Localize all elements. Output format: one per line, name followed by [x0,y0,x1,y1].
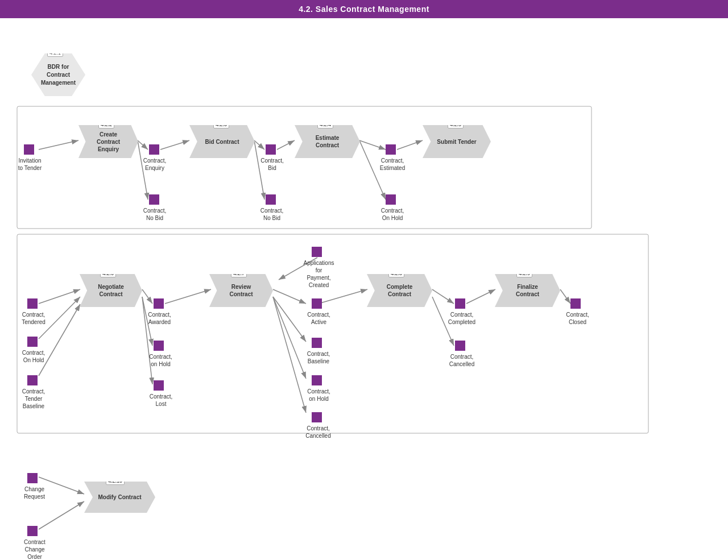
bid-contract-box: 4.2.3 Bid Contract [189,125,255,158]
svg-line-26 [466,289,495,304]
svg-line-2 [138,140,148,150]
svg-line-19 [273,289,306,304]
svg-line-21 [273,297,306,379]
state-contract-on-hold-1 [386,194,396,205]
review-contract-box: 4.2.7 ReviewContract [209,274,273,307]
label-contract-enquiry: Contract,Enquiry [138,157,172,172]
state-contract-tendered [27,298,38,309]
bid-contract-badge: 4.2.3 [213,121,229,128]
create-enquiry-label: CreateContractEnquiry [97,131,120,153]
svg-line-3 [160,140,189,150]
state-change-request [27,473,38,483]
review-contract-badge: 4.2.7 [231,269,247,277]
create-enquiry-box: 4.2.2 CreateContractEnquiry [78,125,138,158]
svg-line-29 [39,501,84,529]
label-contract-estimated: Contract,Estimated [373,157,412,172]
label-contract-no-bid-2: Contract,No Bid [255,207,289,222]
state-contract-estimated [386,144,396,155]
create-enquiry-badge: 4.2.2 [98,121,114,128]
negotiate-contract-label: NegotiateContract [98,283,124,298]
svg-line-9 [397,140,423,150]
label-contract-active: Contract,Active [300,311,337,326]
modify-contract-badge: 4.2.10 [106,477,125,485]
label-contract-no-bid-1: Contract,No Bid [138,207,172,222]
svg-line-17 [142,297,152,384]
svg-line-8 [359,140,386,150]
modify-contract-label: Modify Contract [98,493,141,501]
state-contract-no-bid-2 [266,194,276,205]
svg-line-24 [432,289,454,304]
label-contract-on-hold-3: Contract,on Hold [142,353,179,368]
label-contract-tender-baseline: Contract,TenderBaseline [13,388,54,410]
finalize-contract-label: FinalizeContract [516,283,539,298]
label-contract-baseline: Contract,Baseline [299,350,338,365]
svg-line-1 [39,140,78,150]
state-applications-for-payment [312,247,322,257]
review-contract-label: ReviewContract [229,283,253,298]
bid-contract-label: Bid Contract [205,138,239,146]
complete-contract-box: 4.2.8 CompleteContract [367,274,432,307]
state-contract-bid [266,144,276,155]
bdr-hexagon: 4.2.1 BDR forContractManagement [31,53,85,96]
finalize-contract-box: 4.2.9 FinalizeContract [495,274,560,307]
submit-tender-label: Submit Tender [437,138,476,146]
label-contract-on-hold-4: Contract,on Hold [300,388,337,403]
svg-line-14 [142,289,152,304]
svg-line-15 [165,289,211,304]
finalize-contract-badge: 4.2.9 [516,269,532,277]
state-contract-on-hold-3 [154,341,164,351]
complete-contract-label: CompleteContract [387,283,413,298]
label-invitation-to-tender: Invitationto Tender [11,157,48,172]
label-contract-on-hold-1: Contract,On Hold [373,207,412,222]
submit-tender-badge: 4.2.5 [448,121,464,128]
modify-contract-box: 4.2.10 Modify Contract [84,482,155,513]
state-contract-lost [154,380,164,391]
label-contract-change-order: ContractChangeOrder [15,538,55,560]
label-contract-cancelled-2: Contract,Cancelled [441,353,482,368]
svg-line-27 [560,289,570,304]
diagram-area: 4.2.1 BDR forContractManagement 4.2.2 Cr… [0,18,728,560]
state-contract-active [312,298,322,309]
state-contract-on-hold-4 [312,375,322,385]
label-applications-for-payment: ApplicationsforPayment,Created [295,259,343,289]
state-contract-cancelled-2 [455,341,465,351]
estimate-contract-box: 4.2.4 EstimateContract [295,125,360,158]
state-contract-tender-baseline [27,375,38,385]
svg-line-6 [277,140,295,150]
estimate-contract-badge: 4.2.4 [317,121,333,128]
state-invitation-to-tender [24,144,34,155]
bdr-label: BDR forContractManagement [41,63,76,87]
label-contract-on-hold-2: Contract,On Hold [16,349,51,364]
state-contract-awarded [154,298,164,309]
negotiate-contract-box: 4.2.6 NegotiateContract [80,274,142,307]
state-contract-baseline [312,338,322,348]
state-contract-enquiry [149,144,159,155]
svg-rect-30 [17,106,592,229]
label-contract-closed: Contract,Closed [559,311,596,326]
svg-line-23 [318,289,367,304]
label-contract-awarded: Contract,Awarded [141,311,178,326]
page-title: 4.2. Sales Contract Management [0,0,728,18]
svg-line-11 [39,289,80,304]
state-contract-cancelled-1 [312,412,322,422]
state-contract-completed [455,298,465,309]
label-change-request: ChangeRequest [16,486,53,500]
negotiate-contract-badge: 4.2.6 [100,269,116,277]
label-contract-cancelled-1: Contract,Cancelled [297,425,340,439]
submit-tender-box: 4.2.5 Submit Tender [423,125,491,158]
state-contract-change-order [27,526,38,536]
estimate-contract-label: EstimateContract [316,134,340,149]
state-contract-no-bid-1 [149,194,159,205]
label-contract-bid: Contract,Bid [257,157,288,172]
state-contract-on-hold-2 [27,337,38,347]
label-contract-tendered: Contract,Tendered [14,311,53,326]
label-contract-completed: Contract,Completed [441,311,482,326]
complete-contract-badge: 4.2.8 [388,269,404,277]
svg-line-5 [254,140,264,150]
bdr-badge: 4.2.1 [47,49,63,57]
state-contract-closed [570,298,581,309]
label-contract-lost: Contract,Lost [144,393,178,408]
